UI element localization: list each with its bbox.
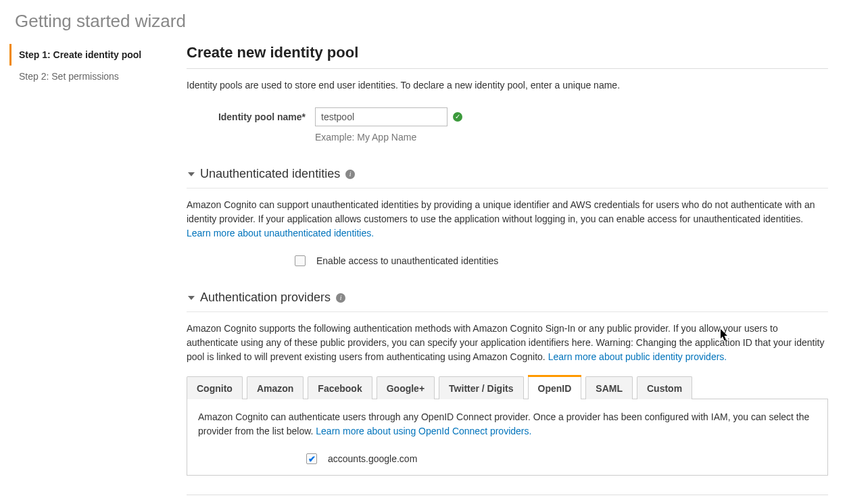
info-icon[interactable]: i	[336, 293, 345, 303]
step-1[interactable]: Step 1: Create identity pool	[9, 44, 177, 66]
enable-unauth-checkbox[interactable]	[295, 255, 306, 266]
enable-unauth-row[interactable]: Enable access to unauthenticated identit…	[187, 255, 828, 266]
caret-down-icon	[188, 296, 195, 300]
step-2[interactable]: Step 2: Set permissions	[9, 66, 177, 87]
tab-google[interactable]: Google+	[377, 376, 435, 399]
tab-cognito[interactable]: Cognito	[187, 376, 243, 399]
provider-tabs: Cognito Amazon Facebook Google+ Twitter …	[187, 376, 828, 399]
page-title: Getting started wizard	[15, 11, 832, 32]
learn-providers-link[interactable]: Learn more about public identity provide…	[548, 351, 727, 362]
main-panel: Create new identity pool Identity pools …	[177, 44, 838, 504]
tab-openid[interactable]: OpenID	[528, 376, 582, 399]
openid-provider-label: accounts.google.com	[328, 453, 417, 464]
main-title: Create new identity pool	[187, 44, 828, 61]
openid-panel-text: Amazon Cognito can authenticate users th…	[198, 410, 817, 438]
main-description: Identity pools are used to store end use…	[187, 78, 828, 93]
info-icon[interactable]: i	[345, 170, 355, 179]
learn-openid-link[interactable]: Learn more about using OpenId Connect pr…	[316, 426, 531, 436]
section-auth-title: Authentication providers	[200, 291, 331, 305]
section-unauth-text: Amazon Cognito can support unauthenticat…	[187, 198, 828, 241]
section-unauth-header[interactable]: Unauthenticated identities i	[187, 167, 828, 181]
openid-provider-checkbox[interactable]	[306, 453, 317, 464]
tab-facebook[interactable]: Facebook	[308, 376, 372, 399]
tab-amazon[interactable]: Amazon	[247, 376, 304, 399]
tab-twitter[interactable]: Twitter / Digits	[439, 376, 523, 399]
validation-ok-icon: ✓	[453, 112, 462, 122]
openid-provider-row[interactable]: accounts.google.com	[198, 453, 817, 464]
enable-unauth-label: Enable access to unauthenticated identit…	[316, 255, 498, 266]
caret-down-icon	[188, 172, 195, 176]
section-auth-header[interactable]: Authentication providers i	[187, 291, 828, 305]
section-auth-text: Amazon Cognito supports the following au…	[187, 322, 828, 364]
tab-custom[interactable]: Custom	[637, 376, 692, 399]
section-unauth-title: Unauthenticated identities	[200, 167, 340, 181]
pool-name-input[interactable]	[315, 107, 447, 126]
pool-name-example: Example: My App Name	[315, 132, 462, 143]
learn-unauth-link[interactable]: Learn more about unauthenticated identit…	[187, 228, 374, 238]
openid-panel: Amazon Cognito can authenticate users th…	[187, 399, 828, 476]
pool-name-label: Identity pool name*	[187, 107, 315, 122]
tab-saml[interactable]: SAML	[585, 376, 633, 399]
wizard-sidebar: Step 1: Create identity pool Step 2: Set…	[9, 44, 177, 504]
